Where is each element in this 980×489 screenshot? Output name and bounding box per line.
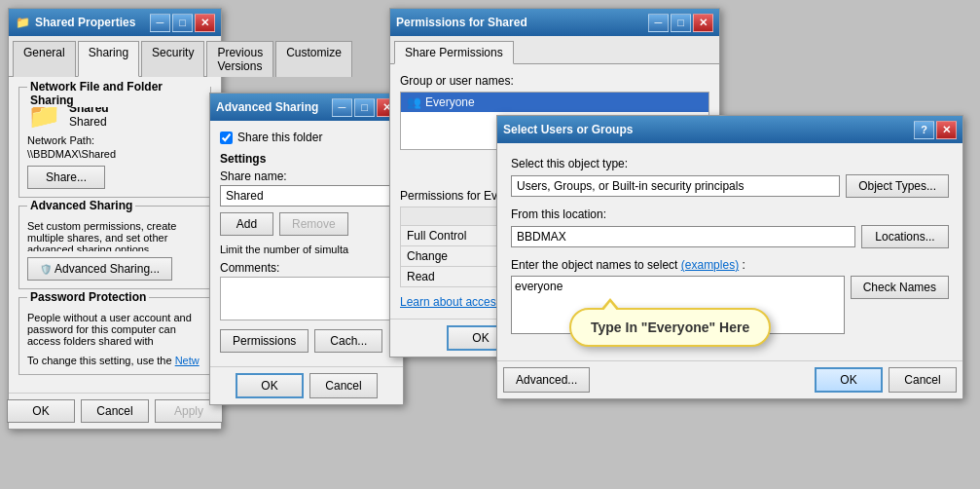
tab-sharing[interactable]: Sharing (78, 41, 139, 77)
tab-previous-versions[interactable]: Previous Versions (206, 41, 273, 77)
shared-props-content: Network File and Folder Sharing 📁 Shared… (9, 77, 221, 393)
network-link[interactable]: Netw (175, 355, 200, 366)
share-name-input[interactable] (220, 185, 393, 207)
share-name-label: Share name: (220, 169, 393, 183)
advanced-titlebar-buttons: ─ □ ✕ (332, 98, 397, 117)
perm-close-button[interactable]: ✕ (693, 14, 713, 32)
caching-button[interactable]: Cach... (314, 329, 382, 353)
share-folder-checkbox-container: Share this folder (220, 131, 393, 144)
network-sharing-label: Network File and Folder Sharing (27, 80, 210, 107)
titlebar-buttons: ─ □ ✕ (150, 14, 215, 32)
advanced-sharing-content: Share this folder Settings Share name: A… (210, 121, 403, 366)
su-help-button[interactable]: ? (914, 121, 934, 139)
permissions-titlebar-buttons: ─ □ ✕ (648, 14, 713, 32)
su-close-button[interactable]: ✕ (936, 121, 957, 139)
advanced-sharing-label: Advanced Sharing (27, 199, 135, 212)
colon: : (742, 258, 744, 272)
remove-button[interactable]: Remove (279, 212, 348, 236)
shared-props-bottom-buttons: OK Cancel Apply (9, 393, 221, 429)
advanced-sharing-ok[interactable]: OK (236, 373, 304, 398)
permissions-tab-bar: Share Permissions (390, 36, 719, 64)
advanced-sharing-title: Advanced Sharing (216, 100, 318, 114)
permissions-title: Permissions for Shared (396, 16, 527, 29)
advanced-sharing-cancel[interactable]: Cancel (309, 373, 378, 398)
network-path-label: Network Path: (27, 134, 94, 146)
from-location-input[interactable] (511, 226, 855, 247)
su-cancel-button[interactable]: Cancel (889, 367, 957, 393)
select-users-titlebar-buttons: ? ✕ (914, 121, 957, 139)
shared-props-ok[interactable]: OK (7, 399, 75, 423)
shared-props-titlebar: 📁 Shared Properties ─ □ ✕ (9, 9, 221, 36)
perm-minimize-button[interactable]: ─ (648, 14, 669, 32)
tab-share-permissions[interactable]: Share Permissions (394, 41, 514, 64)
password-protection-group: Password Protection People without a use… (18, 297, 211, 375)
select-users-titlebar: Select Users or Groups ? ✕ (497, 116, 962, 143)
tooltip-text: Type In "Everyone" Here (591, 320, 749, 335)
minimize-button[interactable]: ─ (150, 14, 170, 32)
object-types-button[interactable]: Object Types... (846, 174, 949, 198)
perm-maximize-button[interactable]: □ (671, 14, 691, 32)
folder-title-icon: 📁 (15, 15, 30, 30)
advanced-sharing-text: Set custom permissions, create multiple … (27, 220, 202, 251)
locations-button[interactable]: Locations... (861, 225, 949, 248)
adv-maximize-button[interactable]: □ (354, 98, 375, 117)
share-folder-checkbox[interactable] (220, 132, 233, 144)
tooltip-bubble: Type In "Everyone" Here (569, 308, 771, 347)
tab-bar: General Sharing Security Previous Versio… (9, 36, 221, 77)
su-advanced-button[interactable]: Advanced... (503, 367, 590, 393)
everyone-item[interactable]: 👥 Everyone (401, 93, 708, 112)
close-button[interactable]: ✕ (195, 14, 215, 32)
advanced-sharing-titlebar: Advanced Sharing ─ □ ✕ (210, 94, 403, 121)
comments-textarea[interactable] (220, 277, 393, 320)
tab-customize[interactable]: Customize (275, 41, 352, 77)
maximize-button[interactable]: □ (172, 14, 193, 32)
enter-names-label: Enter the object names to select (511, 258, 677, 272)
permissions-titlebar: Permissions for Shared ─ □ ✕ (390, 9, 719, 36)
password-protection-label: Password Protection (27, 290, 149, 304)
tab-general[interactable]: General (13, 41, 76, 77)
from-location-label: From this location: (511, 207, 949, 221)
select-users-window: Select Users or Groups ? ✕ Select this o… (496, 115, 963, 399)
select-users-content: Select this object type: Object Types...… (497, 143, 962, 360)
advanced-sharing-window: Advanced Sharing ─ □ ✕ Share this folder… (209, 93, 404, 405)
share-folder-label: Share this folder (237, 131, 322, 144)
select-users-title: Select Users or Groups (503, 123, 633, 136)
su-ok-button[interactable]: OK (815, 367, 883, 393)
advanced-sharing-bottom-buttons: OK Cancel (210, 366, 403, 404)
advanced-sharing-group: Advanced Sharing Set custom permissions,… (18, 206, 211, 289)
object-type-label: Select this object type: (511, 157, 949, 170)
share-button[interactable]: Share... (27, 166, 105, 189)
tab-security[interactable]: Security (141, 41, 204, 77)
add-button[interactable]: Add (220, 212, 273, 236)
limit-text: Limit the number of simulta (220, 244, 393, 255)
check-names-button[interactable]: Check Names (851, 276, 949, 299)
folder-subtext: Shared (69, 115, 109, 129)
select-users-bottom-buttons: Advanced... OK Cancel (497, 360, 962, 398)
network-path: \\BBDMAX\Shared (27, 148, 202, 160)
comments-label: Comments: (220, 261, 393, 275)
object-type-input[interactable] (511, 175, 840, 197)
password-link-prefix: To change this setting, use the (27, 355, 175, 366)
password-text: People without a user account and passwo… (27, 312, 202, 351)
network-sharing-group: Network File and Folder Sharing 📁 Shared… (18, 87, 211, 198)
shared-props-title: Shared Properties (35, 16, 135, 29)
shared-properties-window: 📁 Shared Properties ─ □ ✕ General Sharin… (8, 8, 222, 430)
group-label: Group or user names: (400, 74, 709, 88)
settings-label: Settings (220, 152, 393, 166)
examples-link[interactable]: (examples) (681, 258, 739, 272)
shared-props-cancel[interactable]: Cancel (81, 399, 149, 423)
advanced-sharing-button[interactable]: 🛡️ Advanced Sharing... (27, 257, 172, 281)
permissions-button[interactable]: Permissions (220, 329, 309, 353)
everyone-label: Everyone (425, 95, 475, 109)
shield-icon: 🛡️ (40, 264, 52, 275)
users-icon: 👥 (407, 95, 421, 109)
adv-minimize-button[interactable]: ─ (332, 98, 352, 117)
